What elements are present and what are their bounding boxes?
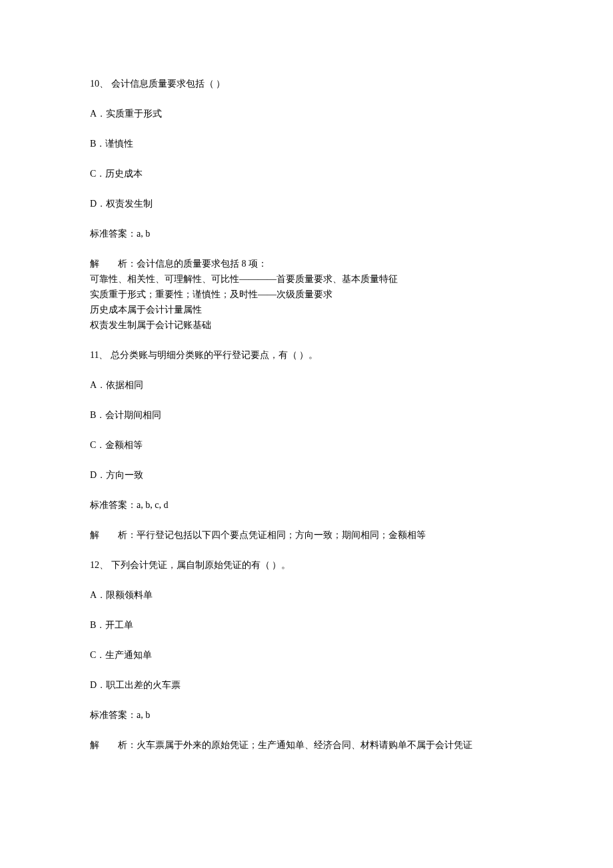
q10-option-d: D．权责发生制 (90, 197, 523, 211)
q10-explain-line4: 权责发生制属于会计记账基础 (90, 318, 523, 332)
q10-option-b: B．谨慎性 (90, 137, 523, 151)
q11-explain-label: 解 (90, 528, 99, 542)
q11-option-a: A．依据相同 (90, 378, 523, 392)
q10-explanation: 解析：会计信息的质量要求包括 8 项： 可靠性、相关性、可理解性、可比性————… (90, 257, 523, 332)
q12-option-a: A．限额领料单 (90, 588, 523, 602)
q10-explain-first: 析：会计信息的质量要求包括 8 项： (118, 259, 267, 269)
q11-explain-text: 析：平行登记包括以下四个要点凭证相同；方向一致；期间相同；金额相等 (118, 530, 426, 540)
q12-explain-text: 析：火车票属于外来的原始凭证；生产通知单、经济合同、材料请购单不属于会计凭证 (118, 740, 472, 750)
q12-stem-text: 12、 下列会计凭证，属自制原始凭证的有（ ）。 (90, 560, 291, 570)
q11-answer: 标准答案：a, b, c, d (90, 498, 523, 512)
question-11-stem: 11、 总分类账与明细分类账的平行登记要点，有（ ）。 (90, 348, 523, 362)
question-10-stem: 10、 会计信息质量要求包括（ ） (90, 77, 523, 91)
q12-answer: 标准答案：a, b (90, 708, 523, 722)
q12-option-c: C．生产通知单 (90, 648, 523, 662)
q10-explain-line1: 可靠性、相关性、可理解性、可比性————首要质量要求、基本质量特征 (90, 272, 523, 286)
q11-option-b: B．会计期间相同 (90, 408, 523, 422)
q10-explain-line3: 历史成本属于会计计量属性 (90, 303, 523, 317)
q12-option-d: D．职工出差的火车票 (90, 678, 523, 692)
q10-explain-line2: 实质重于形式；重要性；谨慎性；及时性——次级质量要求 (90, 287, 523, 301)
q11-option-c: C．金额相等 (90, 438, 523, 452)
q11-explanation: 解析：平行登记包括以下四个要点凭证相同；方向一致；期间相同；金额相等 (90, 528, 523, 542)
q10-answer: 标准答案：a, b (90, 227, 523, 241)
document-page: 10、 会计信息质量要求包括（ ） A．实质重于形式 B．谨慎性 C．历史成本 … (0, 0, 613, 821)
q12-option-b: B．开工单 (90, 618, 523, 632)
q10-option-a: A．实质重于形式 (90, 107, 523, 121)
q12-explain-label: 解 (90, 738, 99, 752)
q10-option-c: C．历史成本 (90, 167, 523, 181)
q12-explanation: 解析：火车票属于外来的原始凭证；生产通知单、经济合同、材料请购单不属于会计凭证 (90, 738, 523, 752)
q10-explain-label: 解 (90, 257, 99, 271)
q11-option-d: D．方向一致 (90, 468, 523, 482)
question-12-stem: 12、 下列会计凭证，属自制原始凭证的有（ ）。 (90, 558, 523, 572)
q11-stem-text: 11、 总分类账与明细分类账的平行登记要点，有（ ）。 (90, 350, 318, 360)
q10-stem-text: 10、 会计信息质量要求包括（ ） (90, 79, 225, 89)
